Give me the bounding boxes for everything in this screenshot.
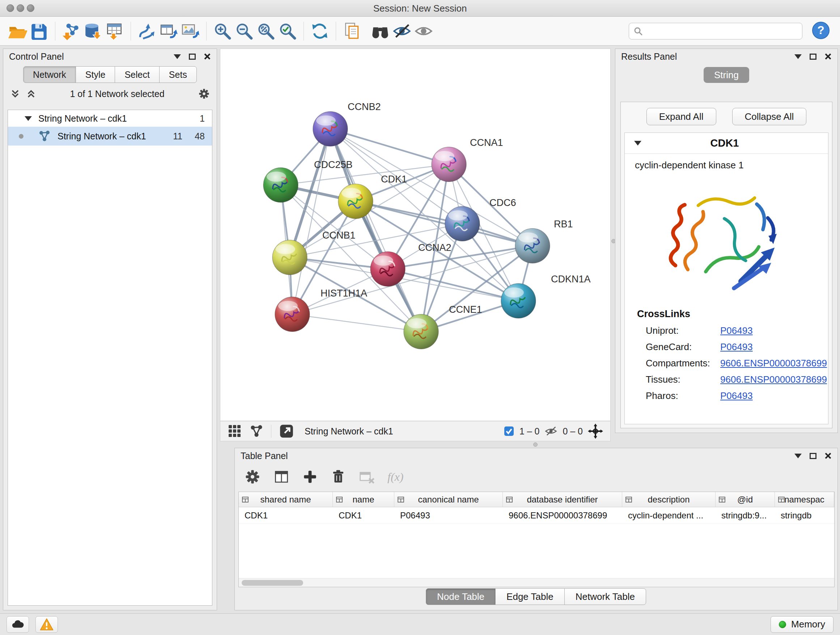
add-column-plus-icon[interactable] [302,469,318,485]
export-view-icon[interactable] [279,423,294,439]
collapse-all-icon[interactable] [10,88,21,99]
tab-select[interactable]: Select [115,66,159,83]
panel-float-icon[interactable] [810,453,816,459]
crosslink-value-link[interactable]: P06493 [720,390,753,402]
panel-collapse-icon[interactable] [794,454,802,458]
splitter-handle[interactable] [533,442,538,447]
crosslink-value-link[interactable]: 9606.ENSP00000378699 [720,358,827,369]
crosslink-value-link[interactable]: 9606.ENSP00000378699 [720,374,827,385]
warnings-button[interactable] [35,616,58,633]
import-network-database-button[interactable] [82,20,104,42]
panel-close-icon[interactable] [824,53,832,60]
column-header-shared-name[interactable]: shared name [239,492,333,507]
network-node-ccna1[interactable] [431,147,466,182]
memory-button[interactable]: Memory [771,616,834,633]
import-table-button[interactable] [104,20,126,42]
hidden-eye-slash-icon[interactable] [545,424,557,438]
tab-network[interactable]: Network [23,66,76,83]
crosslink-label: GeneCard: [646,341,720,353]
search-box[interactable] [629,23,802,40]
network-node-hist1h1a[interactable] [275,297,309,332]
gear-icon[interactable] [198,88,210,100]
expand-all-icon[interactable] [26,88,36,99]
column-header-name[interactable]: name [333,492,394,507]
node-label-ccna2: CCNA2 [418,242,452,253]
collapse-all-button[interactable]: Collapse All [732,108,807,125]
tree-disclosure-icon[interactable] [25,116,32,121]
refresh-button[interactable] [309,20,331,42]
panel-collapse-icon[interactable] [794,54,802,59]
tab-sets[interactable]: Sets [159,66,197,83]
find-button[interactable] [369,20,391,42]
show-all-button[interactable] [413,20,434,42]
panel-collapse-icon[interactable] [174,54,181,59]
tab-network-table[interactable]: Network Table [564,588,646,605]
card-disclosure-icon[interactable] [634,141,641,146]
network-node-cdc25b[interactable] [264,168,298,203]
fit-content-crosshair-icon[interactable] [588,424,603,439]
open-session-button[interactable] [6,20,28,42]
window-zoom-button[interactable] [27,4,34,12]
network-row-selected[interactable]: String Network – cdk1 11 48 [8,127,212,146]
selected-checkbox-icon[interactable] [504,426,515,437]
cloud-status-button[interactable] [6,616,29,633]
network-node-cdc6[interactable] [445,206,480,241]
tab-string[interactable]: String [704,67,749,83]
table-row[interactable]: CDK1CDK1P064939606.ENSP00000378699cyclin… [239,507,834,524]
panel-float-icon[interactable] [810,54,816,60]
table-cell: P06493 [394,507,503,524]
network-canvas[interactable]: CCNB2CCNA1CDC25BCDK1CDC6RB1CCNB1CCNA2CDK… [220,49,611,421]
save-session-button[interactable] [28,20,50,42]
toolbar-separator [131,22,131,41]
expand-all-button[interactable]: Expand All [646,108,716,125]
hide-selected-button[interactable] [391,20,413,42]
crosslink-value-link[interactable]: P06493 [720,325,753,336]
help-button[interactable]: ? [812,21,830,41]
birds-eye-view-icon[interactable] [227,424,242,439]
export-image-button[interactable] [180,20,201,42]
scrollbar-thumb[interactable] [242,580,303,586]
network-node-ccnb1[interactable] [272,240,307,275]
network-node-rb1[interactable] [515,228,550,263]
show-columns-icon[interactable] [273,469,290,485]
column-header-canonical-name[interactable]: canonical name [394,492,503,507]
node-label-ccne1: CCNE1 [449,304,482,315]
column-header-description[interactable]: description [622,492,715,507]
column-header-database-identifier[interactable]: database identifier [503,492,622,507]
zoom-out-button[interactable] [233,20,255,42]
network-node-ccna2[interactable] [370,252,405,287]
new-network-from-table-button[interactable] [158,20,180,42]
zoom-selected-button[interactable] [277,20,298,42]
tab-node-table[interactable]: Node Table [426,588,496,605]
zoom-fit-button[interactable] [255,20,277,42]
network-node-cdk1[interactable] [338,184,373,219]
crosslink-value-link[interactable]: P06493 [720,341,753,353]
horizontal-scrollbar[interactable] [239,578,834,587]
window-minimize-button[interactable] [17,4,24,12]
copy-button[interactable] [341,20,363,42]
table-settings-gear-icon[interactable] [244,469,261,485]
string-network-graph[interactable]: CCNB2CCNA1CDC25BCDK1CDC6RB1CCNB1CCNA2CDK… [220,49,610,421]
window-close-button[interactable] [6,4,14,12]
panel-float-icon[interactable] [189,54,196,60]
zoom-in-button[interactable] [212,20,233,42]
tab-edge-table[interactable]: Edge Table [495,588,565,605]
share-network-icon[interactable] [249,424,264,439]
column-header--id[interactable]: @id [715,492,775,507]
table-cell: CDK1 [239,507,333,524]
warning-icon [39,617,54,632]
eye-slash-icon [392,21,412,41]
network-node-ccnb2[interactable] [313,111,347,146]
delete-column-trash-icon[interactable] [330,469,346,485]
import-network-file-button[interactable] [60,20,82,42]
tab-style[interactable]: Style [76,66,115,83]
panel-close-icon[interactable] [204,53,211,60]
network-node-cdkn1a[interactable] [501,283,536,318]
control-panel-header: Control Panel [3,49,217,64]
panel-close-icon[interactable] [824,452,832,459]
network-node-ccne1[interactable] [404,314,439,349]
apply-layout-button[interactable] [136,20,158,42]
column-header-namespac[interactable]: namespac [775,492,834,507]
search-input[interactable] [646,26,798,36]
network-collection-row[interactable]: String Network – cdk1 1 [8,110,212,127]
